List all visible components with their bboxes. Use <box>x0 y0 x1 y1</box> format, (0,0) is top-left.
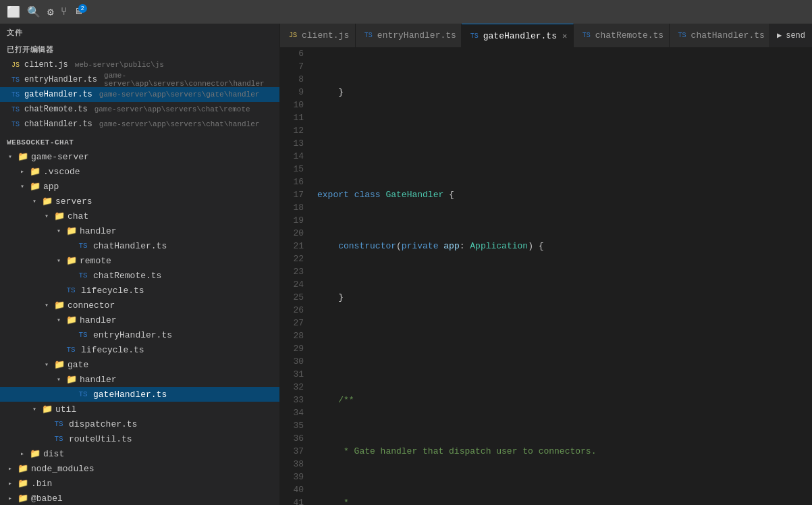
chevron-down-icon: ▾ <box>18 182 27 190</box>
chevron-down-icon: ▾ <box>54 316 63 324</box>
line-num: 41 <box>280 496 304 505</box>
line-num: 33 <box>280 394 304 406</box>
open-editor-name: chatHandler.ts <box>24 119 92 129</box>
tree-label: chatHandler.ts <box>93 241 167 251</box>
line-num: 16 <box>280 176 304 188</box>
tree-item-servers[interactable]: ▾ 📁 servers <box>0 194 279 209</box>
code-content: } export class GateHandler { constructor… <box>310 47 812 505</box>
tree-item-gate[interactable]: ▾ 📁 gate <box>0 357 279 372</box>
ts-file-icon: TS <box>11 75 20 84</box>
line-num: 13 <box>280 137 304 150</box>
tree-label: .vscode <box>43 167 80 177</box>
tree-label: node_modules <box>31 464 94 474</box>
tree-label: util <box>55 404 76 415</box>
line-num: 34 <box>280 406 304 419</box>
line-num: 10 <box>280 99 304 111</box>
line-num: 6 <box>280 47 304 60</box>
line-num: 30 <box>280 355 304 368</box>
extensions-icon[interactable]: ⚙ <box>47 5 54 19</box>
tree-item-routeutil-ts[interactable]: TS routeUtil.ts <box>0 431 279 446</box>
tab-chathandler[interactable]: TS chatHandler.ts <box>670 24 770 47</box>
open-editor-chatremote[interactable]: TS chatRemote.ts game-server\app\servers… <box>0 102 279 117</box>
remote-badge[interactable]: 🖥 2 <box>74 7 83 17</box>
file-menu-label[interactable]: 文件 <box>0 24 279 41</box>
folder-icon: 📁 <box>42 404 53 415</box>
tree-item-gatehandler-ts[interactable]: TS gateHandler.ts <box>0 387 279 402</box>
ts-file-icon: TS <box>78 271 88 280</box>
tree-item-connector[interactable]: ▾ 📁 connector <box>0 298 279 313</box>
open-editor-clientjs[interactable]: JS client.js web-server\public\js <box>0 57 279 72</box>
code-editor[interactable]: 6 7 8 9 10 11 12 13 14 15 16 17 18 19 20… <box>280 47 812 505</box>
title-bar: ⬜ 🔍 ⚙ ⑂ 🖥 2 <box>0 0 812 24</box>
tree-label: handler <box>80 226 117 236</box>
tree-label: dist <box>43 449 64 459</box>
open-editor-path: game-server\app\servers\chat\remote <box>94 105 250 113</box>
folder-icon: 📁 <box>18 463 28 474</box>
open-editor-path: web-server\public\js <box>75 61 164 69</box>
tree-item-game-server[interactable]: ▾ 📁 game-server <box>0 149 279 164</box>
chevron-down-icon: ▾ <box>54 375 63 383</box>
folder-icon: 📁 <box>66 225 77 236</box>
js-file-icon: JS <box>11 60 20 70</box>
tree-item-chat[interactable]: ▾ 📁 chat <box>0 209 279 223</box>
new-file-icon[interactable]: ⬜ <box>7 5 20 19</box>
tree-item-chatremote-ts[interactable]: TS chatRemote.ts <box>0 268 279 283</box>
tree-item-dist[interactable]: ▸ 📁 dist <box>0 446 279 461</box>
tree-label: remote <box>80 256 111 266</box>
tree-item-chathandler-ts[interactable]: TS chatHandler.ts <box>0 238 279 253</box>
title-bar-icons: ⬜ 🔍 ⚙ ⑂ 🖥 2 <box>7 5 83 19</box>
tab-chatremote[interactable]: TS chatRemote.ts <box>574 24 670 47</box>
tree-label: lifecycle.ts <box>81 345 144 355</box>
chevron-down-icon: ▾ <box>42 301 51 309</box>
chevron-down-icon: ▾ <box>54 227 63 235</box>
ts-file-icon: TS <box>78 390 88 399</box>
remote-count: 2 <box>78 4 87 13</box>
tabs-bar: JS client.js TS entryHandler.ts TS gateH… <box>280 24 812 47</box>
ts-file-icon: TS <box>66 345 76 354</box>
tree-item-chat-remote[interactable]: ▾ 📁 remote <box>0 253 279 268</box>
tabs-action-send[interactable]: ▶ send <box>770 30 812 41</box>
tree-label: dispatcher.ts <box>69 419 137 429</box>
ts-file-icon: TS <box>54 419 63 429</box>
js-file-icon: JS <box>288 31 298 41</box>
chevron-down-icon: ▾ <box>30 405 39 413</box>
search-icon[interactable]: 🔍 <box>27 5 40 19</box>
tree-item-vscode[interactable]: ▸ 📁 .vscode <box>0 164 279 179</box>
line-num: 26 <box>280 304 304 317</box>
tab-clientjs[interactable]: JS client.js <box>280 24 356 47</box>
code-line: /** <box>317 394 812 406</box>
open-editor-gatehandler[interactable]: TS gateHandler.ts game-server\app\server… <box>0 87 279 102</box>
tree-label: connector <box>67 300 115 311</box>
ts-file-icon: TS <box>470 31 479 41</box>
line-num: 7 <box>280 60 304 73</box>
tree-item-gate-handler[interactable]: ▾ 📁 handler <box>0 372 279 387</box>
open-editor-entryhandler[interactable]: TS entryHandler.ts game-server\app\serve… <box>0 72 279 87</box>
tree-item-util[interactable]: ▾ 📁 util <box>0 402 279 417</box>
line-num: 38 <box>280 458 304 471</box>
folder-icon: 📁 <box>54 359 65 370</box>
tree-item-app[interactable]: ▾ 📁 app <box>0 179 279 194</box>
tree-item-dispatcher-ts[interactable]: TS dispatcher.ts <box>0 417 279 431</box>
tree-item-entryhandler-ts[interactable]: TS entryHandler.ts <box>0 327 279 342</box>
tree-item-node-modules[interactable]: ▸ 📁 node_modules <box>0 461 279 476</box>
tree-item-chat-handler[interactable]: ▾ 📁 handler <box>0 223 279 238</box>
git-icon[interactable]: ⑂ <box>61 6 67 18</box>
tab-entryhandler[interactable]: TS entryHandler.ts <box>356 24 462 47</box>
tree-item-lifecycle-chat[interactable]: TS lifecycle.ts <box>0 283 279 298</box>
tab-gatehandler[interactable]: TS gateHandler.ts ✕ <box>462 24 574 47</box>
open-editor-chathandler[interactable]: TS chatHandler.ts game-server\app\server… <box>0 117 279 132</box>
ts-file-icon: TS <box>54 434 63 444</box>
chevron-right-icon: ▸ <box>18 450 27 458</box>
explorer-tree: WEBSOCKET-CHAT ▾ 📁 game-server ▸ 📁 .vsco… <box>0 134 279 505</box>
tree-item-lifecycle-connector[interactable]: TS lifecycle.ts <box>0 342 279 357</box>
line-num: 18 <box>280 201 304 214</box>
tab-close-button[interactable]: ✕ <box>561 30 568 42</box>
tree-item-babel[interactable]: ▸ 📁 @babel <box>0 491 279 505</box>
tree-label: entryHandler.ts <box>93 330 172 340</box>
tree-item-connector-handler[interactable]: ▾ 📁 handler <box>0 313 279 327</box>
line-num: 32 <box>280 381 304 394</box>
tree-item-bin[interactable]: ▸ 📁 .bin <box>0 476 279 491</box>
line-num: 37 <box>280 445 304 458</box>
line-num: 40 <box>280 483 304 496</box>
line-num: 24 <box>280 278 304 291</box>
